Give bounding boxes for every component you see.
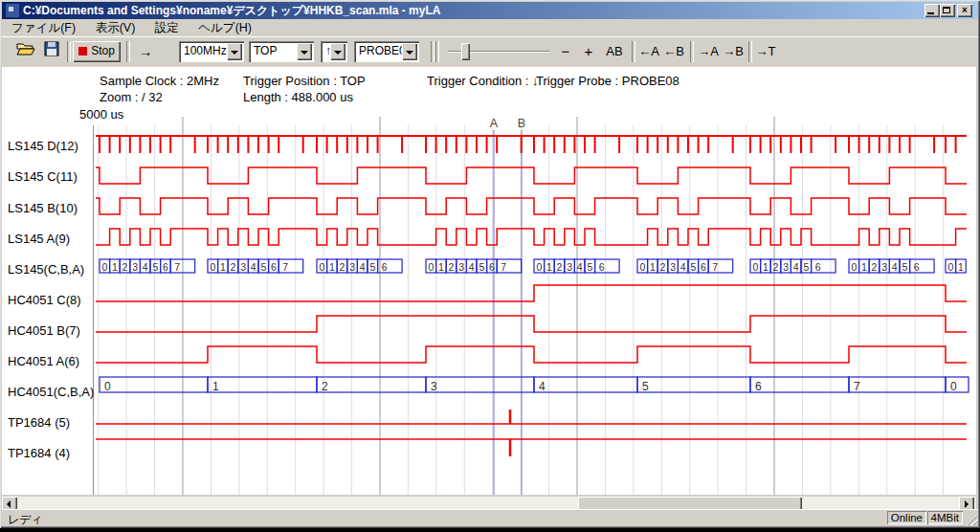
ab-button[interactable]: AB: [603, 41, 626, 62]
ls-bus-value: 0: [947, 261, 953, 273]
channel-label: HC4051 C(8): [8, 293, 81, 307]
waveform-hc4051-a-6-: [96, 346, 967, 363]
probe-combo[interactable]: PROBE00: [354, 41, 419, 62]
menu-help[interactable]: ヘルプ(H): [191, 19, 258, 36]
hc-bus-cell: [317, 377, 426, 392]
hc-bus-value: 5: [642, 380, 649, 393]
chevron-down-icon: [301, 51, 308, 55]
waveform-hc4051-c-8-: [96, 285, 967, 301]
ls-bus-value: 3: [458, 261, 464, 273]
goto-a-right-button[interactable]: →A: [697, 41, 720, 62]
ls-bus-value: 3: [783, 261, 789, 273]
hc-bus-cell: [637, 377, 750, 392]
ls-bus-value: 1: [958, 261, 964, 273]
channel-label: HC4051(C,B,A): [8, 385, 94, 399]
maximize-button[interactable]: [940, 4, 955, 17]
save-button[interactable]: [40, 41, 63, 62]
trigger-position-combo[interactable]: TOP: [249, 41, 314, 62]
waveform-hc4051-b-7-: [96, 316, 967, 332]
menu-settings[interactable]: 設定: [148, 19, 186, 36]
menu-bar: ファイル(F) 表示(V) 設定 ヘルプ(H): [2, 19, 978, 36]
hc-bus-cell: [750, 377, 849, 392]
ls-bus-value: 0: [319, 261, 324, 273]
chevron-down-icon: [231, 51, 238, 55]
chevron-down-icon: [334, 51, 342, 55]
status-memory-badge: 4MBit: [927, 511, 963, 524]
goto-trigger-button[interactable]: →T: [754, 41, 777, 62]
ls-bus-value: 5: [152, 261, 158, 273]
toolbar-separator: [67, 41, 71, 62]
dropdown-button[interactable]: [297, 43, 312, 60]
minimize-button[interactable]: [924, 4, 940, 17]
ls-bus-value: 4: [251, 261, 256, 273]
sample-clock-combo[interactable]: 100MHz: [179, 41, 244, 62]
ls-bus-value: 5: [690, 261, 696, 273]
ls-bus-value: 6: [271, 261, 277, 273]
goto-b-right-button[interactable]: →B: [722, 41, 745, 62]
channel-label: HC4051 A(6): [8, 354, 79, 368]
channel-label: TP1684 (4): [8, 446, 70, 460]
ls-bus-value: 5: [369, 261, 375, 273]
stop-button[interactable]: Stop: [73, 41, 121, 62]
hc-bus-cell: [946, 377, 969, 392]
maximize-icon: [943, 7, 950, 13]
ls-bus-value: 1: [861, 261, 867, 273]
menu-file[interactable]: ファイル(F): [5, 19, 82, 36]
ls-bus-value: 6: [382, 261, 388, 273]
ls-bus-value: 0: [210, 261, 215, 273]
toolbar-separator: [435, 41, 439, 62]
dropdown-button[interactable]: [330, 43, 345, 60]
ls-bus-value: 3: [567, 261, 572, 273]
ls-bus-value: 0: [752, 261, 758, 273]
ls-bus-value: 2: [557, 261, 563, 273]
close-button[interactable]: ×: [957, 4, 972, 17]
ls-bus-value: 4: [360, 261, 366, 273]
hc-bus-cell: [208, 377, 317, 392]
hc-bus-cell: [426, 377, 534, 392]
hc-bus-value: 4: [539, 380, 546, 393]
arrow-right-icon: [965, 500, 969, 508]
ls-bus-value: 2: [660, 261, 666, 273]
run-button[interactable]: →: [132, 41, 159, 62]
ls-bus-value: 1: [763, 261, 768, 273]
zoom-in-button[interactable]: +: [580, 41, 597, 62]
channel-label: LS145 B(10): [8, 201, 78, 215]
ls-bus-value: 3: [349, 261, 355, 273]
slider-handle[interactable]: [461, 43, 470, 60]
trigger-edge-combo[interactable]: ↑: [321, 41, 347, 62]
hc-bus-cell: [534, 377, 637, 392]
waveform-panel: Sample Clock : 2MHz Trigger Position : T…: [2, 67, 976, 495]
resize-grip-icon[interactable]: [965, 513, 977, 525]
ls-bus-value: 0: [101, 261, 107, 273]
ls-bus-value: 1: [438, 261, 444, 273]
dropdown-button[interactable]: [402, 43, 417, 60]
zoom-slider[interactable]: [448, 41, 549, 62]
ls-bus-value: 6: [163, 261, 168, 273]
title-bar: C:¥Documents and Settings¥noname¥デスクトップ¥…: [2, 2, 978, 19]
status-bar: レディ Online 4MBit: [2, 509, 978, 526]
ls-bus-value: 0: [428, 261, 434, 273]
trigger-position-value: TOP: [254, 44, 277, 57]
hc-bus-value: 7: [854, 380, 860, 393]
hc-bus-value: 3: [431, 380, 437, 393]
waveform-ls145-b-10-: [96, 198, 967, 214]
toolbar-separator: [126, 41, 130, 62]
window-title: C:¥Documents and Settings¥noname¥デスクトップ¥…: [23, 2, 440, 19]
toolbar: Stop → 100MHz TOP ↑ PROBE00 − + AB ←A ←B…: [2, 36, 978, 67]
open-file-button[interactable]: [13, 41, 38, 62]
waveform-ls145-c-11-: [96, 167, 967, 184]
ls-bus-value: 2: [340, 261, 345, 273]
ls-bus-value: 2: [231, 261, 236, 273]
toolbar-separator: [748, 41, 752, 62]
menu-view[interactable]: 表示(V): [89, 19, 143, 36]
stop-label: Stop: [91, 44, 115, 57]
hc-bus-value: 2: [322, 380, 328, 393]
goto-b-left-button[interactable]: ←B: [662, 41, 685, 62]
zoom-out-button[interactable]: −: [557, 41, 574, 62]
goto-a-left-button[interactable]: ←A: [637, 41, 660, 62]
hc-bus-value: 6: [755, 380, 762, 393]
ls-bus-value: 7: [712, 261, 718, 273]
dropdown-button[interactable]: [227, 43, 242, 60]
ls-bus-value: 6: [815, 261, 821, 273]
app-window: C:¥Documents and Settings¥noname¥デスクトップ¥…: [0, 0, 980, 528]
